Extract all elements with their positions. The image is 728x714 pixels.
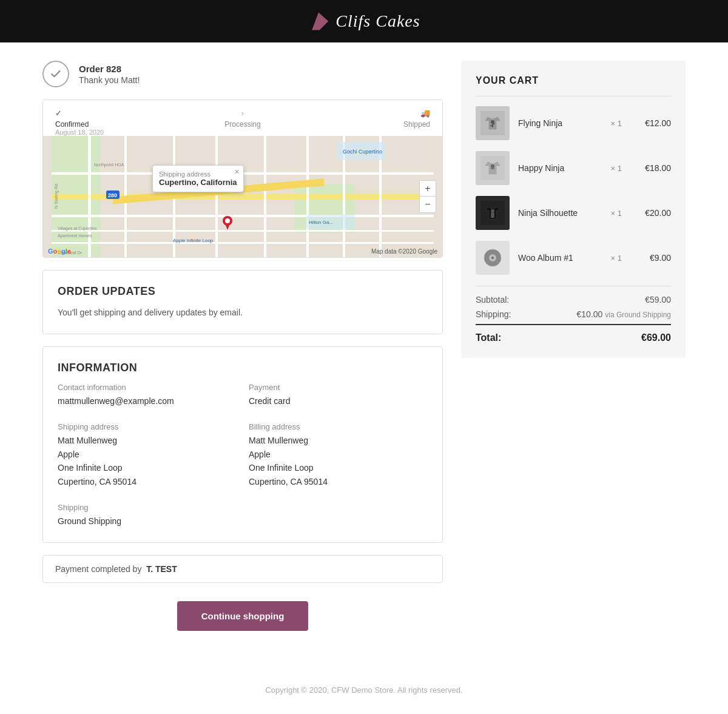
cart-item: Ninja Silhouette × 1 €20.00	[476, 196, 671, 230]
map-terms: Map data ©2020 Google	[371, 248, 437, 255]
step-processing-label: Processing	[180, 120, 305, 129]
subtotal-value: €59.00	[645, 295, 671, 305]
billing-line-1: Matt MullenwegAppleOne Infinite LoopCupe…	[249, 436, 328, 486]
map-svg: Gochi Cupertino Hilton Ga... N Stalling …	[43, 136, 442, 257]
svg-rect-6	[52, 215, 434, 217]
logo: Clifs Cakes	[308, 10, 420, 32]
billing-address-label: Billing address	[249, 422, 428, 431]
shipping-amount: €10.00	[577, 309, 603, 319]
step-confirmed-date: August 18, 2020	[55, 129, 180, 136]
svg-point-33	[225, 218, 230, 223]
map-tooltip-close[interactable]: ✕	[234, 168, 240, 176]
map-zoom-in[interactable]: +	[420, 181, 436, 197]
cart-item-price-happy-ninja: €18.00	[638, 163, 671, 173]
svg-text:Hilton Ga...: Hilton Ga...	[309, 220, 333, 225]
cart-item-price-woo-album: €9.00	[638, 253, 671, 263]
svg-point-40	[491, 164, 494, 168]
logo-icon	[308, 10, 329, 32]
shipping-method-label: Shipping	[58, 503, 237, 512]
order-updates-title: ORDER UPDATES	[58, 285, 428, 298]
svg-text:280: 280	[108, 192, 117, 198]
svg-point-42	[491, 209, 494, 213]
cart-item-name-ninja-silhouette: Ninja Silhouette	[518, 208, 602, 218]
cart-item-image-ninja-silhouette	[476, 196, 510, 230]
subtotal-row: Subtotal: €59.00	[476, 295, 671, 305]
step-shipped: 🚚 Shipped	[305, 109, 430, 129]
order-updates-section: ORDER UPDATES You'll get shipping and de…	[42, 270, 443, 334]
billing-address-value: Matt MullenwegAppleOne Infinite LoopCupe…	[249, 434, 428, 488]
shipping-address-label: Shipping address	[58, 422, 237, 431]
shipping-row: Shipping: €10.00 via Ground Shipping	[476, 309, 671, 319]
map-zoom-out[interactable]: −	[420, 197, 436, 212]
google-logo: G	[48, 248, 53, 255]
svg-rect-8	[52, 242, 434, 244]
svg-rect-7	[52, 230, 434, 232]
progress-bar: ✓ Confirmed August 18, 2020 › Processing…	[43, 100, 442, 136]
svg-rect-13	[264, 136, 266, 257]
payment-completed-by: T. TEST	[146, 564, 177, 574]
information-grid: Contact information mattmullenweg@exampl…	[58, 383, 428, 528]
svg-rect-9	[88, 136, 91, 257]
svg-text:Northpoint HOA: Northpoint HOA	[94, 163, 124, 167]
cart-item-price-ninja-silhouette: €20.00	[638, 208, 671, 218]
cart-item-name-flying-ninja: Flying Ninja	[518, 118, 602, 128]
svg-point-35	[491, 120, 494, 124]
svg-text:Apartment Homes: Apartment Homes	[58, 234, 92, 238]
cart-item-name-woo-album: Woo Album #1	[518, 253, 602, 263]
map-zoom-controls: + −	[419, 180, 436, 213]
shipping-method-group: Shipping Ground Shipping	[58, 503, 237, 528]
footer: Copyright © 2020, CFW Demo Store. All ri…	[0, 673, 728, 707]
shipping-line-1: Matt MullenwegAppleOne Infinite LoopCupe…	[58, 436, 136, 486]
main-layout: Order 828 Thank you Matt! ✓ Confirmed Au…	[30, 61, 698, 655]
total-value: €69.00	[641, 332, 671, 343]
map-tooltip-value: Cupertino, California	[159, 178, 237, 187]
shipping-value: €10.00 via Ground Shipping	[577, 309, 671, 319]
cart-totals: Subtotal: €59.00 Shipping: €10.00 via Gr…	[476, 286, 671, 343]
left-column: Order 828 Thank you Matt! ✓ Confirmed Au…	[42, 61, 443, 655]
check-circle-icon	[42, 61, 69, 87]
footer-text: Copyright © 2020, CFW Demo Store. All ri…	[265, 685, 462, 695]
cart-item-image-flying-ninja	[476, 106, 510, 140]
cart-item-price-flying-ninja: €12.00	[638, 118, 671, 128]
svg-rect-14	[306, 136, 309, 257]
contact-info-group: Contact information mattmullenweg@exampl…	[58, 383, 237, 408]
svg-text:Villages at Cupertino: Villages at Cupertino	[58, 226, 97, 231]
cart-box: YOUR CART Flying Ni	[461, 61, 686, 358]
payment-completed: Payment completed by T. TEST	[42, 555, 443, 583]
order-info: Order 828 Thank you Matt!	[79, 64, 140, 85]
step-confirmed-icon: ✓	[55, 109, 180, 118]
total-label: Total:	[476, 332, 501, 343]
svg-text:Gochi Cupertino: Gochi Cupertino	[343, 149, 382, 155]
cart-item-name-happy-ninja: Happy Ninja	[518, 163, 602, 173]
payment-group: Payment Credit card	[249, 383, 428, 408]
continue-shopping-button[interactable]: Continue shopping	[177, 601, 309, 631]
step-shipped-label: Shipped	[305, 120, 430, 129]
payment-completed-text: Payment completed by	[55, 564, 141, 574]
map-container: Gochi Cupertino Hilton Ga... N Stalling …	[43, 136, 442, 257]
cart-item-qty-happy-ninja: × 1	[611, 164, 622, 173]
svg-rect-43	[491, 213, 494, 218]
step-processing: › Processing	[180, 109, 305, 129]
svg-text:N Stalling Rd: N Stalling Rd	[54, 184, 59, 209]
logo-text: Clifs Cakes	[335, 12, 420, 31]
progress-section: ✓ Confirmed August 18, 2020 › Processing…	[42, 99, 443, 258]
grand-total-row: Total: €69.00	[476, 324, 671, 343]
order-thank-you: Thank you Matt!	[79, 75, 140, 85]
cart-item: Flying Ninja × 1 €12.00	[476, 106, 671, 140]
step-processing-icon: ›	[180, 109, 305, 118]
cart-item: Woo Album #1 × 1 €9.00	[476, 241, 671, 275]
step-shipped-icon: 🚚	[305, 109, 430, 118]
svg-rect-12	[215, 136, 218, 257]
shipping-address-group: Shipping address Matt MullenwegAppleOne …	[58, 422, 237, 488]
information-title: INFORMATION	[58, 362, 428, 374]
svg-point-48	[492, 257, 493, 258]
map-tooltip: ✕ Shipping address Cupertino, California	[152, 165, 244, 192]
payment-value: Credit card	[249, 394, 428, 408]
shipping-method: via Ground Shipping	[605, 311, 671, 319]
cart-title: YOUR CART	[476, 75, 671, 86]
cart-item-image-woo-album	[476, 241, 510, 275]
cart-item-qty-flying-ninja: × 1	[611, 119, 622, 128]
cart-item: Happy Ninja × 1 €18.00	[476, 151, 671, 185]
map-attribution: Google	[48, 248, 71, 255]
cart-item-image-happy-ninja	[476, 151, 510, 185]
